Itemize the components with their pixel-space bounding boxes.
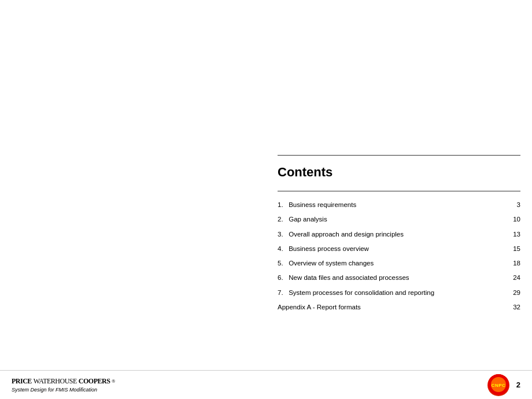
toc-item-6-page: 24 bbox=[503, 273, 520, 283]
toc-item-3-page: 13 bbox=[503, 230, 520, 239]
cnpc-logo-inner: CNPC bbox=[488, 374, 509, 396]
heading-divider bbox=[278, 191, 520, 191]
left-panel bbox=[0, 0, 266, 370]
page-number: 2 bbox=[516, 380, 520, 389]
toc-item-2-text: 2. Gap analysis bbox=[278, 215, 503, 224]
toc-item-6-label: New data files and associated processes bbox=[289, 274, 409, 281]
footer-right: CNPC 2 bbox=[487, 374, 520, 396]
toc-item-3: 3. Overall approach and design principle… bbox=[278, 227, 520, 242]
toc-item-1-text: 1. Business requirements bbox=[278, 200, 503, 210]
toc-item-5-page: 18 bbox=[503, 258, 520, 268]
toc-item-1-number: 1. bbox=[278, 201, 283, 208]
toc-item-appendix-label: Appendix A - Report formats bbox=[278, 304, 361, 311]
toc-item-4-number: 4. bbox=[278, 245, 283, 252]
toc-item-6-text: 6. New data files and associated process… bbox=[278, 273, 503, 283]
cnpc-logo: CNPC bbox=[487, 374, 509, 396]
cnpc-logo-svg: CNPC bbox=[488, 374, 509, 395]
toc-list: 1. Business requirements 3 2. Gap analys… bbox=[278, 198, 520, 315]
toc-item-5-number: 5. bbox=[278, 260, 283, 267]
toc-item-3-text: 3. Overall approach and design principle… bbox=[278, 230, 503, 239]
toc-item-7-label: System processes for consolidation and r… bbox=[289, 289, 434, 296]
toc-item-appendix-text: Appendix A - Report formats bbox=[278, 302, 503, 312]
toc-item-4: 4. Business process overview 15 bbox=[278, 242, 520, 256]
toc-item-7-text: 7. System processes for consolidation an… bbox=[278, 288, 503, 298]
toc-item-1-label: Business requirements bbox=[289, 201, 356, 208]
pwc-price: Price bbox=[12, 377, 32, 386]
toc-item-2-label: Gap analysis bbox=[289, 216, 327, 223]
toc-item-4-text: 4. Business process overview bbox=[278, 244, 503, 254]
top-divider bbox=[278, 155, 520, 156]
toc-item-5-label: Overview of system changes bbox=[289, 260, 374, 267]
content-area: Contents 1. Business requirements 3 2. G… bbox=[266, 0, 532, 399]
pwc-coopers: Coopers bbox=[79, 377, 110, 386]
toc-item-3-number: 3. bbox=[278, 231, 283, 238]
pwc-trademark: ® bbox=[112, 379, 115, 384]
toc-item-1: 1. Business requirements 3 bbox=[278, 198, 520, 212]
toc-item-7-page: 29 bbox=[503, 288, 520, 298]
pwc-logo: PriceWaterhouseCoopers® bbox=[12, 377, 115, 386]
toc-item-6-number: 6. bbox=[278, 274, 283, 281]
page-container: Contents 1. Business requirements 3 2. G… bbox=[0, 0, 532, 399]
toc-item-2: 2. Gap analysis 10 bbox=[278, 212, 520, 227]
toc-item-appendix: Appendix A - Report formats 32 bbox=[278, 300, 520, 315]
toc-item-2-number: 2. bbox=[278, 216, 283, 223]
footer-subtitle: System Design for FMIS Modification bbox=[12, 387, 97, 393]
toc-item-7: 7. System processes for consolidation an… bbox=[278, 286, 520, 300]
contents-heading: Contents bbox=[278, 165, 332, 180]
toc-item-4-page: 15 bbox=[503, 244, 520, 254]
toc-item-appendix-page: 32 bbox=[503, 302, 520, 312]
toc-item-7-number: 7. bbox=[278, 289, 283, 296]
footer: PriceWaterhouseCoopers® System Design fo… bbox=[0, 370, 532, 399]
toc-item-1-page: 3 bbox=[503, 200, 520, 210]
toc-item-3-label: Overall approach and design principles bbox=[289, 231, 404, 238]
toc-item-2-page: 10 bbox=[503, 215, 520, 224]
svg-text:CNPC: CNPC bbox=[491, 383, 505, 388]
toc-item-6: 6. New data files and associated process… bbox=[278, 271, 520, 285]
footer-left: PriceWaterhouseCoopers® System Design fo… bbox=[12, 377, 115, 393]
toc-item-5: 5. Overview of system changes 18 bbox=[278, 256, 520, 271]
toc-item-4-label: Business process overview bbox=[289, 245, 369, 252]
pwc-waterhouse: Waterhouse bbox=[34, 377, 77, 386]
toc-item-5-text: 5. Overview of system changes bbox=[278, 258, 503, 268]
